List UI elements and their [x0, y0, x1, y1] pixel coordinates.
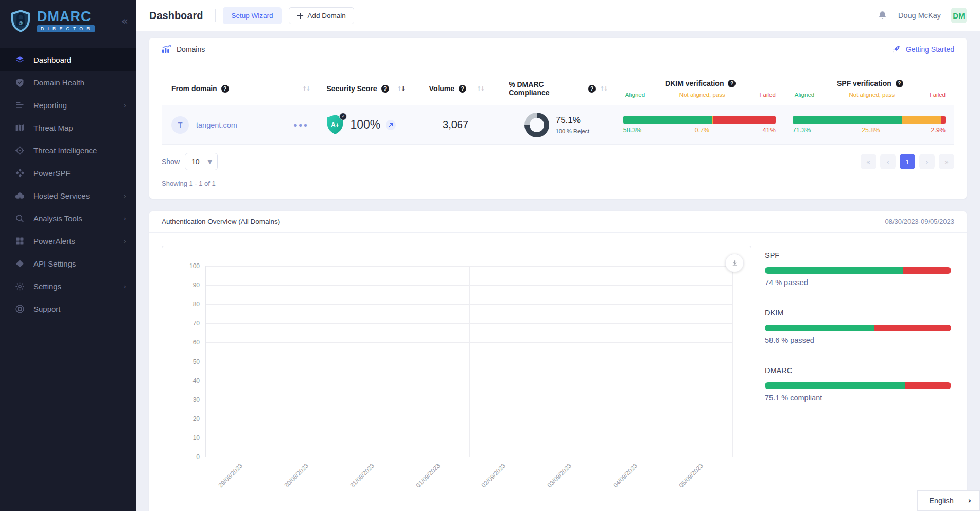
bell-icon[interactable]	[877, 10, 888, 21]
question-icon[interactable]	[221, 85, 229, 93]
sidebar-item-label: Threat Intelligence	[33, 146, 97, 155]
x-axis-tick-label: 30/08/2023	[283, 462, 309, 489]
x-axis-tick-label: 04/09/2023	[612, 462, 639, 489]
spf-verification-bar	[793, 116, 946, 124]
pagination-prev-button[interactable]	[880, 154, 896, 169]
sidebar-menu: DashboardDomain HealthReporting›Threat M…	[0, 42, 136, 320]
pagination-page-1-button[interactable]: 1	[900, 154, 915, 169]
chevron-right-icon: ›	[124, 237, 126, 245]
x-axis-tick-label: 01/09/2023	[414, 462, 441, 489]
sidebar-item-threat-map[interactable]: Threat Map	[0, 116, 136, 139]
getting-started-label: Getting Started	[906, 45, 954, 54]
dkim-failed-label: Failed	[759, 92, 775, 98]
question-icon[interactable]	[459, 85, 466, 93]
question-icon[interactable]	[896, 80, 903, 87]
language-label: English	[929, 497, 954, 505]
pagination-first-button[interactable]	[861, 154, 876, 169]
dkim-aligned-label: Aligned	[625, 92, 645, 98]
sort-icon[interactable]	[302, 85, 309, 92]
setup-wizard-button[interactable]: Setup Wizard	[223, 7, 281, 24]
logo-title: DMARC	[37, 10, 95, 24]
spf-aligned-label: Aligned	[795, 92, 814, 98]
plus-icon	[297, 12, 304, 19]
date-range[interactable]: 08/30/2023-09/05/2023	[885, 218, 954, 225]
pagination: 1	[861, 154, 954, 169]
user-name[interactable]: Doug McKay	[898, 11, 941, 20]
spf-failed-label: Failed	[930, 92, 946, 98]
sidebar-item-poweralerts[interactable]: PowerAlerts›	[0, 230, 136, 252]
app-logo: @ DMARC DIRECTOR «	[0, 0, 136, 42]
sort-icon[interactable]	[397, 85, 405, 92]
auth-bar-chart: 010203040506070809010029/08/202330/08/20…	[162, 246, 751, 511]
sidebar-item-support[interactable]: Support	[0, 297, 136, 320]
page-size-value: 10	[191, 157, 200, 166]
domain-link[interactable]: tangent.com	[196, 121, 237, 129]
y-axis-tick-label: 80	[193, 301, 200, 308]
col-volume: Volume	[429, 84, 455, 93]
language-selector[interactable]: English ›	[917, 490, 980, 511]
question-icon[interactable]	[728, 80, 736, 87]
question-icon[interactable]	[588, 85, 596, 93]
sidebar-item-analysis-tools[interactable]: Analysis Tools›	[0, 207, 136, 230]
sidebar-item-reporting[interactable]: Reporting›	[0, 94, 136, 116]
sidebar-item-settings[interactable]: Settings›	[0, 275, 136, 297]
security-score-value: 100%	[350, 118, 380, 132]
chevron-right-icon: ›	[968, 496, 971, 505]
stat-label: SPF	[765, 251, 951, 259]
sidebar-collapse-icon[interactable]: «	[121, 15, 128, 27]
sidebar-item-powerspf[interactable]: PowerSPF	[0, 162, 136, 184]
question-icon[interactable]	[381, 85, 389, 93]
dkim-aligned-value: 58.3%	[623, 127, 641, 134]
support-icon	[14, 304, 25, 314]
y-axis-tick-label: 30	[193, 396, 200, 403]
getting-started-link[interactable]: Getting Started	[891, 44, 954, 54]
row-actions-menu-icon[interactable]: ●●●	[293, 121, 309, 129]
logo-subtitle: DIRECTOR	[37, 25, 95, 32]
diamond-icon	[14, 258, 25, 269]
x-axis-tick-label: 02/09/2023	[480, 462, 507, 489]
compliance-donut-chart	[524, 113, 549, 137]
sidebar-item-label: PowerAlerts	[33, 237, 75, 245]
layers-icon	[14, 55, 25, 65]
main-content: Domains Getting Started	[136, 31, 980, 511]
sidebar-item-domain-health[interactable]: Domain Health	[0, 71, 136, 94]
y-axis-tick-label: 40	[193, 377, 200, 384]
user-avatar[interactable]: DM	[951, 8, 967, 23]
pagination-next-button[interactable]	[919, 154, 935, 169]
shield-check-icon	[14, 77, 25, 88]
sidebar-item-hosted-services[interactable]: Hosted Services›	[0, 184, 136, 207]
auth-overview-card: Authentication Overview (All Domains) 08…	[149, 211, 967, 511]
chart-icon	[162, 45, 171, 54]
auth-side-stats: SPF74 % passedDKIM58.6 % passedDMARC75.1…	[763, 246, 954, 424]
sidebar-item-label: Reporting	[33, 101, 67, 110]
download-icon	[731, 259, 739, 267]
page-size-select[interactable]: 10 ▼	[185, 153, 218, 170]
cloud-icon	[14, 190, 25, 201]
sidebar-item-threat-intelligence[interactable]: Threat Intelligence	[0, 139, 136, 162]
chevron-right-icon: ›	[124, 283, 126, 290]
y-axis-tick-label: 100	[189, 262, 200, 270]
sidebar-item-label: Hosted Services	[33, 191, 90, 200]
stat-label: DMARC	[765, 366, 951, 375]
sidebar-item-dashboard[interactable]: Dashboard	[0, 48, 136, 71]
sidebar-item-label: API Settings	[33, 259, 76, 268]
score-detail-link[interactable]	[386, 120, 396, 130]
showing-summary: Showing 1 - 1 of 1	[162, 180, 954, 187]
col-dkim-verification: DKIM verification	[665, 79, 724, 87]
page-title: Dashboard	[149, 10, 203, 22]
gear-icon	[14, 281, 25, 292]
chart-download-button[interactable]	[725, 254, 744, 272]
sort-icon[interactable]	[477, 85, 484, 92]
add-domain-button[interactable]: Add Domain	[289, 7, 354, 24]
domains-title: Domains	[177, 45, 205, 54]
pagination-last-button[interactable]	[939, 154, 954, 169]
sidebar-item-api-settings[interactable]: API Settings	[0, 252, 136, 275]
y-axis-tick-label: 20	[193, 415, 200, 422]
stat-label: DKIM	[765, 309, 951, 317]
domains-card: Domains Getting Started	[149, 38, 967, 199]
sidebar-item-label: Threat Map	[33, 124, 73, 132]
chevron-right-icon: ›	[124, 101, 126, 109]
dkim-verification-bar	[623, 116, 776, 124]
spf-notaligned-label: Not aligned, pass	[849, 92, 895, 98]
sort-icon[interactable]	[600, 85, 607, 92]
